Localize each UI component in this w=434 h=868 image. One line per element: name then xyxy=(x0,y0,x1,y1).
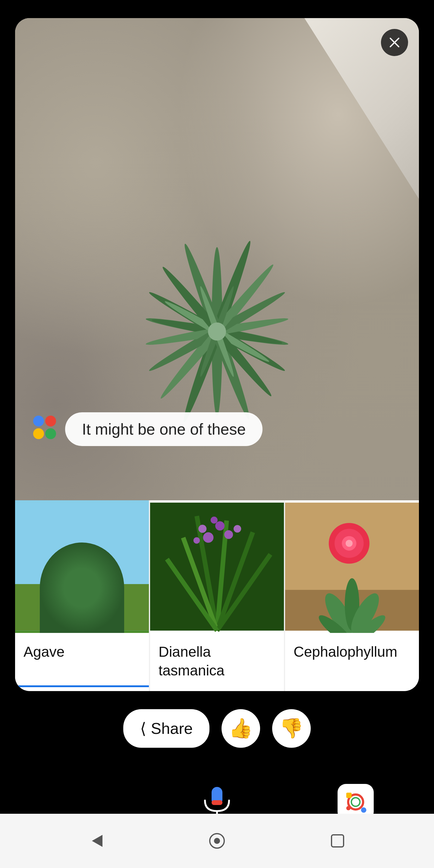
result-item-cephalophyllum[interactable]: Cephalophyllum xyxy=(285,500,419,691)
svg-rect-69 xyxy=(332,835,344,847)
action-buttons-row: ⟨ Share 👍 👎 xyxy=(0,691,434,772)
back-button[interactable] xyxy=(87,832,105,850)
svg-point-43 xyxy=(234,525,241,532)
result-image-cephalo xyxy=(285,500,419,633)
dot-red xyxy=(45,415,56,427)
suggestion-bubble: It might be one of these xyxy=(65,412,262,446)
svg-point-64 xyxy=(361,807,367,813)
result-item-dianella[interactable]: Dianella tasmanica xyxy=(150,500,285,691)
dot-yellow xyxy=(33,428,44,439)
svg-point-55 xyxy=(346,540,352,547)
svg-point-28 xyxy=(49,576,115,633)
result-label-agave: Agave xyxy=(15,633,149,687)
plant-image xyxy=(82,121,352,422)
svg-point-40 xyxy=(198,525,207,533)
svg-point-27 xyxy=(49,576,115,633)
svg-point-29 xyxy=(48,590,116,619)
thumbs-down-emoji: 👎 xyxy=(279,717,304,740)
svg-point-30 xyxy=(48,590,116,619)
result-image-agave xyxy=(15,500,149,633)
close-button[interactable] xyxy=(381,29,408,56)
svg-point-42 xyxy=(211,517,218,524)
home-button[interactable] xyxy=(208,832,226,850)
svg-point-23 xyxy=(79,549,85,633)
nav-bar xyxy=(0,814,434,868)
google-assistant-dots xyxy=(33,415,60,443)
result-label-cephalo: Cephalophyllum xyxy=(285,633,419,687)
svg-point-38 xyxy=(203,532,214,543)
svg-point-25 xyxy=(56,562,108,633)
svg-point-44 xyxy=(193,537,200,544)
svg-rect-65 xyxy=(346,806,350,810)
suggestion-text: It might be one of these xyxy=(82,421,246,438)
svg-rect-57 xyxy=(212,800,222,805)
result-image-dianella xyxy=(150,500,284,633)
svg-point-41 xyxy=(224,530,233,539)
assistant-row: It might be one of these xyxy=(33,412,262,446)
result-name-cephalo: Cephalophyllum xyxy=(293,644,397,660)
svg-marker-66 xyxy=(92,835,102,847)
thumbs-up-button[interactable]: 👍 xyxy=(221,709,260,748)
svg-point-26 xyxy=(57,564,107,633)
plant-image-container: It might be one of these xyxy=(15,18,419,500)
svg-point-22 xyxy=(65,553,99,633)
share-button[interactable]: ⟨ Share xyxy=(123,709,210,748)
dot-blue xyxy=(33,415,44,427)
screen: It might be one of these xyxy=(0,0,434,868)
thumbs-down-button[interactable]: 👎 xyxy=(272,709,311,748)
result-name-agave: Agave xyxy=(24,644,64,660)
svg-point-17 xyxy=(208,322,226,341)
svg-point-39 xyxy=(215,521,224,530)
svg-rect-21 xyxy=(15,584,149,630)
result-item-agave[interactable]: Agave xyxy=(15,500,150,691)
thumbs-up-emoji: 👍 xyxy=(229,717,253,740)
svg-rect-63 xyxy=(346,793,352,798)
recents-button[interactable] xyxy=(329,832,347,850)
share-icon: ⟨ xyxy=(140,719,146,738)
dot-green xyxy=(45,428,56,439)
results-row: Agave xyxy=(15,500,419,691)
svg-point-24 xyxy=(65,554,98,633)
svg-point-68 xyxy=(214,838,220,844)
result-label-dianella: Dianella tasmanica xyxy=(150,633,284,691)
result-name-dianella: Dianella tasmanica xyxy=(158,644,224,678)
share-label: Share xyxy=(151,719,193,738)
modal-card: It might be one of these xyxy=(15,18,419,691)
